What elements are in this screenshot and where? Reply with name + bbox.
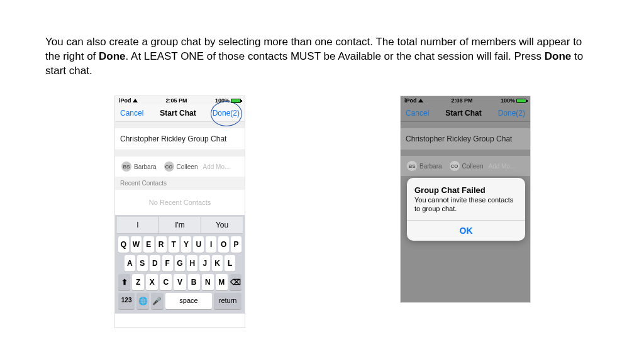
spacer bbox=[401, 150, 530, 156]
key[interactable]: S bbox=[137, 255, 148, 272]
key-row: ⬆ Z X C V B N M ⌫ bbox=[118, 274, 242, 290]
key[interactable]: A bbox=[125, 255, 135, 272]
suggestion-bar: I I'm You bbox=[117, 217, 243, 234]
device-label: iPod bbox=[119, 97, 138, 104]
numbers-key[interactable]: 123 bbox=[118, 293, 135, 309]
key[interactable]: H bbox=[187, 255, 197, 272]
key[interactable]: G bbox=[175, 255, 186, 272]
suggestion[interactable]: I'm bbox=[159, 217, 201, 233]
contact-name: Barbara bbox=[419, 163, 442, 170]
nav-title: Start Chat bbox=[160, 109, 196, 118]
nav-bar: Cancel Start Chat Done(2) bbox=[115, 105, 245, 122]
group-chat-title[interactable]: Christopher Rickley Group Chat bbox=[115, 128, 245, 150]
status-bar: iPod 2:05 PM 100% bbox=[115, 96, 245, 105]
add-more-placeholder[interactable]: Add Mo... bbox=[203, 163, 230, 170]
suggestion[interactable]: I bbox=[117, 217, 159, 233]
key-row: A S D F G H J K L bbox=[118, 255, 242, 272]
alert-dialog: Group Chat Failed You cannot invite thes… bbox=[407, 178, 525, 241]
status-time: 2:05 PM bbox=[165, 97, 187, 104]
done-button[interactable]: Done(2) bbox=[498, 109, 525, 118]
key[interactable]: I bbox=[206, 236, 216, 253]
key[interactable]: J bbox=[199, 255, 210, 272]
contact-chip[interactable]: CO Colleen bbox=[162, 160, 201, 173]
globe-key[interactable]: 🌐 bbox=[136, 293, 149, 309]
alert-body: You cannot invite these contacts to grou… bbox=[414, 196, 518, 214]
key[interactable]: X bbox=[146, 274, 158, 290]
nav-bar: Cancel Start Chat Done(2) bbox=[401, 105, 530, 122]
key[interactable]: V bbox=[174, 274, 186, 290]
recent-contacts-header: Recent Contacts bbox=[115, 177, 245, 190]
wifi-icon bbox=[418, 99, 423, 102]
contact-name: Barbara bbox=[134, 163, 157, 170]
key[interactable]: B bbox=[188, 274, 200, 290]
space-key[interactable]: space bbox=[165, 293, 212, 309]
key-row: 123 🌐 🎤 space return bbox=[118, 293, 242, 309]
spacer bbox=[115, 150, 245, 156]
instruction-text: You can also create a group chat by sele… bbox=[45, 35, 599, 79]
key[interactable]: L bbox=[225, 255, 235, 272]
key[interactable]: C bbox=[160, 274, 172, 290]
key[interactable]: M bbox=[216, 274, 228, 290]
key[interactable]: E bbox=[143, 236, 154, 253]
contact-chip[interactable]: BS Barbara bbox=[119, 160, 159, 173]
keyboard: I I'm You Q W E R T Y U I O P A S D F G … bbox=[115, 215, 245, 314]
wifi-icon bbox=[133, 99, 138, 102]
key[interactable]: T bbox=[169, 236, 179, 253]
key[interactable]: N bbox=[202, 274, 214, 290]
alert-title: Group Chat Failed bbox=[414, 185, 518, 195]
key[interactable]: F bbox=[162, 255, 173, 272]
status-bar: iPod 2:08 PM 100% bbox=[401, 96, 530, 105]
no-recent-contacts: No Recent Contacts bbox=[115, 190, 245, 215]
device-label: iPod bbox=[404, 97, 423, 104]
add-more-placeholder: Add Mo... bbox=[489, 163, 516, 170]
avatar: CO bbox=[164, 162, 174, 172]
cancel-button[interactable]: Cancel bbox=[120, 109, 143, 118]
phone-screenshot-failed: iPod 2:08 PM 100% Cancel Start Chat Done… bbox=[400, 96, 531, 303]
alert-ok-button[interactable]: OK bbox=[407, 220, 525, 241]
mic-key[interactable]: 🎤 bbox=[151, 293, 164, 309]
avatar: BS bbox=[121, 162, 131, 172]
instruction-part2: . At LEAST ONE of those contacts MUST be… bbox=[126, 50, 545, 62]
contact-chip: CO Colleen bbox=[447, 160, 486, 172]
key[interactable]: D bbox=[150, 255, 160, 272]
avatar: CO bbox=[450, 161, 460, 171]
key[interactable]: P bbox=[231, 236, 242, 253]
spacer bbox=[115, 122, 245, 128]
contact-name: Colleen bbox=[462, 163, 484, 170]
phone-screenshot-start-chat: iPod 2:05 PM 100% Cancel Start Chat Done… bbox=[114, 96, 245, 328]
instruction-bold1: Done bbox=[99, 50, 126, 62]
shift-key[interactable]: ⬆ bbox=[118, 274, 130, 290]
status-time: 2:08 PM bbox=[451, 97, 472, 104]
key[interactable]: Y bbox=[181, 236, 192, 253]
battery-status: 100% bbox=[215, 97, 241, 104]
spacer bbox=[401, 122, 530, 128]
key[interactable]: W bbox=[131, 236, 142, 253]
contact-name: Colleen bbox=[177, 163, 198, 170]
battery-icon bbox=[231, 99, 241, 103]
cancel-button[interactable]: Cancel bbox=[406, 109, 429, 118]
contact-chip: BS Barbara bbox=[404, 160, 445, 172]
key[interactable]: R bbox=[156, 236, 167, 253]
key[interactable]: Z bbox=[132, 274, 144, 290]
battery-icon bbox=[516, 99, 526, 103]
nav-title: Start Chat bbox=[445, 109, 481, 118]
key[interactable]: O bbox=[218, 236, 229, 253]
key[interactable]: K bbox=[212, 255, 223, 272]
suggestion[interactable]: You bbox=[201, 217, 243, 233]
key[interactable]: U bbox=[193, 236, 204, 253]
avatar: BS bbox=[407, 161, 417, 171]
group-chat-title: Christopher Rickley Group Chat bbox=[401, 128, 530, 150]
done-button[interactable]: Done(2) bbox=[213, 109, 240, 118]
key[interactable]: Q bbox=[118, 236, 129, 253]
battery-status: 100% bbox=[501, 97, 526, 104]
instruction-bold2: Done bbox=[545, 50, 572, 62]
contact-chips-row: BS Barbara CO Colleen Add Mo... bbox=[115, 156, 245, 177]
backspace-key[interactable]: ⌫ bbox=[230, 274, 242, 290]
key-row: Q W E R T Y U I O P bbox=[118, 236, 242, 253]
return-key[interactable]: return bbox=[214, 293, 242, 309]
contact-chips-row: BS Barbara CO Colleen Add Mo... bbox=[401, 156, 530, 176]
